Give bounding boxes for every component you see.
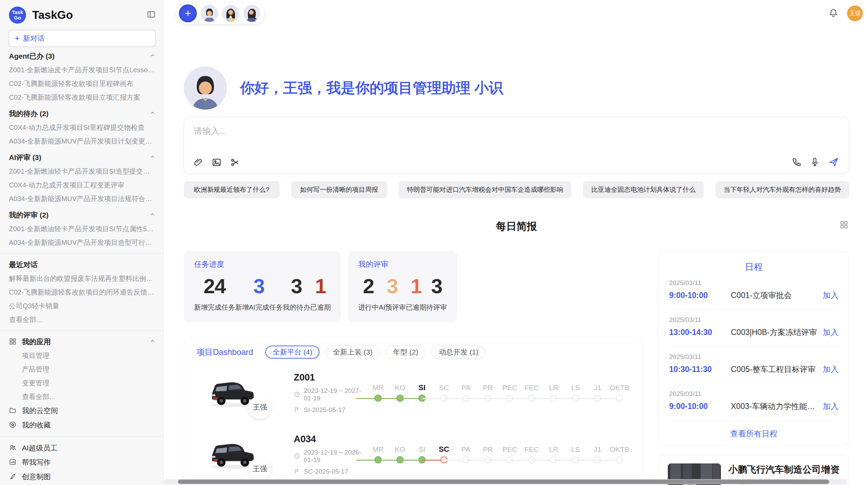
section-header[interactable]: 我的待办 (2) bbox=[9, 107, 156, 121]
recent-chats-header: 最近对话 bbox=[9, 258, 156, 272]
section-header[interactable]: Agent已办 (3) bbox=[9, 49, 156, 63]
bell-icon[interactable] bbox=[829, 8, 838, 19]
sidebar-item-cloud-space[interactable]: 我的云空间 bbox=[9, 403, 156, 418]
sidebar-item-ai-employee[interactable]: AI超级员工 bbox=[9, 441, 156, 455]
suggestion-chip[interactable]: 欧洲新规最近颁布了什么? bbox=[184, 181, 280, 198]
task-list-item[interactable]: A034-全新新能源MUV产品开发项目法规符合性评审 bbox=[9, 192, 156, 206]
send-icon[interactable] bbox=[828, 157, 839, 167]
schedule-item-main: 9:00-10:00 X003-车辆动力学性能验... 加入 bbox=[669, 401, 839, 412]
task-list-item[interactable]: C02-飞腾新能源轻客改款项目里程碑画布 bbox=[9, 77, 156, 90]
chevron-up-icon[interactable] bbox=[149, 52, 156, 60]
sidebar-section: Agent已办 (3) Z001-全新燃油皮卡产品开发项目SI节点Lesson … bbox=[9, 49, 156, 104]
task-list-item[interactable]: C02-飞腾新能源轻客改款项目立项汇报方案 bbox=[9, 90, 156, 104]
task-list-item[interactable]: Z001-全新燃油皮卡产品开发项目SI节点Lesson Learn报告 bbox=[9, 63, 156, 77]
agent-avatar-2[interactable] bbox=[222, 5, 239, 22]
join-link[interactable]: 加入 bbox=[823, 401, 839, 412]
app-item[interactable]: 变更管理 bbox=[9, 376, 156, 390]
join-link[interactable]: 加入 bbox=[823, 364, 839, 375]
task-list-item[interactable]: Z001-全新燃油轻卡产品开发项目SI造型提交物评审 bbox=[9, 164, 156, 178]
user-avatar[interactable]: 王强 bbox=[847, 5, 863, 21]
new-chat-label: 新对话 bbox=[23, 34, 45, 43]
chevron-up-icon[interactable] bbox=[149, 153, 156, 162]
recent-chats-title: 最近对话 bbox=[9, 260, 156, 270]
microphone-icon[interactable] bbox=[810, 157, 820, 167]
right-column: 日程 2025/03/11 9:00-10:00 C001-立项审批会 加入 bbox=[659, 251, 849, 485]
recent-chat-item[interactable]: C02-飞腾新能源轻客改款项目的闭环通告反馈情况 bbox=[9, 285, 156, 299]
task-list-item[interactable]: C0X4-动力总成开发项目SI里程碑提交物检查 bbox=[9, 121, 156, 134]
suggestion-chip[interactable]: 特朗普可能对进口汽车增税会对中国车企造成哪些影响 bbox=[399, 181, 571, 198]
chat-input[interactable] bbox=[184, 117, 849, 155]
view-all-schedule-link[interactable]: 查看所有日程 bbox=[669, 421, 839, 446]
recent-chat-item[interactable]: 查看全部... bbox=[9, 313, 156, 326]
dashboard-title: 项目Dashboard bbox=[196, 347, 253, 358]
milestone-label: J1 bbox=[587, 444, 608, 455]
milestone-label: SI bbox=[411, 382, 433, 394]
schedule-card: 日程 2025/03/11 9:00-10:00 C001-立项审批会 加入 bbox=[659, 251, 849, 446]
milestone-label: PR bbox=[477, 382, 499, 394]
milestone: J1 bbox=[587, 444, 608, 465]
milestone: PR bbox=[477, 444, 499, 465]
project-row[interactable]: 王强 Z001 2023-12-19 ~ 2027-01-19 bbox=[205, 365, 630, 420]
horizontal-scrollbar-thumb[interactable] bbox=[178, 480, 829, 484]
layout-grid-icon[interactable] bbox=[840, 220, 848, 231]
recent-chat-item[interactable]: 公司Q3轻卡销量 bbox=[9, 299, 156, 313]
dashboard-tab[interactable]: 全新上装 (3) bbox=[326, 346, 380, 359]
stat: 2 进行中 bbox=[358, 274, 379, 312]
project-flag-text: SC-2025-05-17 bbox=[304, 468, 348, 475]
milestone: SI bbox=[411, 382, 433, 404]
chevron-up-icon[interactable] bbox=[149, 110, 156, 118]
recent-chats-section: 最近对话 解释最新出台的欧盟报废车法规再生塑料比例被调至15%...C02-飞腾… bbox=[9, 258, 156, 326]
app-logo: Task Go bbox=[9, 7, 26, 24]
suggestion-chip[interactable]: 如何写一份清晰的项目周报 bbox=[291, 181, 387, 198]
phone-icon[interactable] bbox=[791, 157, 801, 167]
project-media: 王强 bbox=[205, 434, 258, 475]
suggestion-chip[interactable]: 比亚迪全固态电池计划具体说了什么 bbox=[583, 181, 704, 198]
recent-chat-item[interactable]: 解释最新出台的欧盟报废车法规再生塑料比例被调至15%... bbox=[9, 272, 156, 285]
app-item[interactable]: 查看全部... bbox=[9, 390, 156, 403]
project-dashboard-card: 项目Dashboard 全新平台 (4)全新上装 (3)年型 (2)动总开发 (… bbox=[184, 337, 643, 482]
new-chat-button[interactable]: + 新对话 bbox=[9, 30, 156, 47]
my-apps-header[interactable]: 我的应用 bbox=[9, 335, 156, 349]
join-link[interactable]: 加入 bbox=[823, 327, 839, 338]
milestone-label: OKTB bbox=[608, 382, 630, 394]
scissors-icon[interactable] bbox=[230, 157, 240, 167]
sidebar-collapse-icon[interactable] bbox=[147, 10, 156, 20]
sidebar-item-favorites[interactable]: 我的收藏 bbox=[9, 418, 156, 432]
milestone-label: KO bbox=[389, 382, 411, 394]
join-link[interactable]: 加入 bbox=[823, 290, 839, 301]
task-list-item[interactable]: A034-全新新能源MUV产品开发项目计划变更表编写 bbox=[9, 134, 156, 148]
horizontal-scrollbar-track[interactable] bbox=[164, 479, 847, 484]
task-list-item[interactable]: C0X4-动力总成开发项目工程变更评审 bbox=[9, 178, 156, 192]
creative-draw-label: 创意制图 bbox=[22, 472, 51, 482]
milestone: OKTB bbox=[608, 444, 630, 465]
my-apps-title: 我的应用 bbox=[22, 337, 149, 347]
section-header[interactable]: AI评审 (3) bbox=[9, 151, 156, 164]
chevron-up-icon[interactable] bbox=[149, 211, 156, 219]
favorites-label: 我的收藏 bbox=[22, 420, 51, 430]
agent-avatar-1[interactable] bbox=[201, 5, 218, 22]
suggestion-chip[interactable]: 当下年轻人对汽车外观有怎样的喜好趋势 bbox=[715, 181, 849, 198]
section-title: 我的待办 (2) bbox=[9, 109, 149, 119]
project-row[interactable]: 王强 A034 2023-12-19 ~ 2026-01-19 bbox=[205, 427, 630, 482]
chevron-up-icon[interactable] bbox=[149, 338, 156, 346]
folder-icon bbox=[9, 407, 17, 415]
image-icon[interactable] bbox=[212, 157, 222, 167]
schedule-item: 2025/03/11 10:30-11:30 C005-整车工程目标评审 加入 bbox=[669, 347, 839, 384]
task-list-item[interactable]: Z001-全新燃油轻卡产品开发项目SI节点属性5D文件评审 bbox=[9, 222, 156, 236]
section-header[interactable]: 我的评审 (2) bbox=[9, 208, 156, 222]
sidebar-item-help-write[interactable]: 帮我写作 bbox=[9, 455, 156, 470]
milestone-timeline: MR KO bbox=[367, 382, 630, 404]
app-item[interactable]: 项目管理 bbox=[9, 349, 156, 362]
project-dates-text: 2023-12-19 ~ 2026-01-19 bbox=[304, 449, 367, 464]
dashboard-tab[interactable]: 动总开发 (1) bbox=[432, 346, 486, 359]
add-agent-button[interactable]: + bbox=[179, 4, 197, 22]
sidebar-item-creative-draw[interactable]: 创意制图 bbox=[9, 470, 156, 484]
task-list-item[interactable]: A034-全新新能源MUV产品开发项目造型可行性评审 bbox=[9, 236, 156, 249]
app-item[interactable]: 产品管理 bbox=[9, 362, 156, 376]
paperclip-icon[interactable] bbox=[193, 157, 203, 167]
agent-avatar-3[interactable] bbox=[243, 5, 261, 22]
dashboard-tab[interactable]: 全新平台 (4) bbox=[265, 346, 320, 359]
dashboard-tab[interactable]: 年型 (2) bbox=[386, 346, 425, 359]
milestone-label: FEC bbox=[521, 382, 543, 394]
milestone-dot bbox=[616, 395, 623, 402]
